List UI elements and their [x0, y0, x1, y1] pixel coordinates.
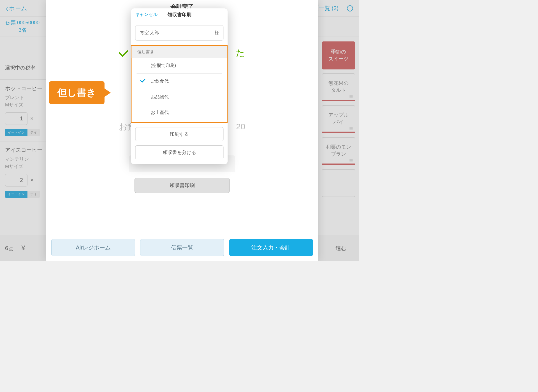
check-icon: [119, 47, 128, 57]
slip-list-button[interactable]: 伝票一覧: [140, 239, 224, 256]
proviso-option-goods[interactable]: お品物代: [137, 89, 222, 105]
order-checkout-button[interactable]: 注文入力・会計: [229, 239, 313, 256]
proviso-section: 但し書き (空欄で印刷) ご飲食代 お品物代 お土産代: [131, 45, 228, 123]
check-icon: [140, 78, 145, 83]
airregi-home-button[interactable]: Airレジホーム: [51, 239, 135, 256]
cancel-button[interactable]: キャンセル: [135, 12, 157, 18]
proviso-header: 但し書き: [132, 46, 227, 58]
print-button[interactable]: 印刷する: [135, 127, 224, 141]
callout-label: 但し書き: [49, 81, 105, 104]
receipt-print-popover: キャンセル 領収書印刷 青空 太郎 様 但し書き (空欄で印刷) ご飲食代 お品…: [131, 8, 228, 164]
proviso-option-blank[interactable]: (空欄で印刷): [137, 58, 222, 74]
popover-title: 領収書印刷: [168, 11, 191, 18]
receipt-print-button[interactable]: 領収書印刷: [134, 178, 230, 193]
proviso-option-food[interactable]: ご飲食代: [137, 74, 222, 89]
honorific-label: 様: [215, 30, 219, 36]
split-receipt-button[interactable]: 領収書を分ける: [135, 145, 224, 159]
recipient-name: 青空 太郎: [140, 30, 159, 36]
recipient-name-field[interactable]: 青空 太郎 様: [135, 25, 224, 41]
proviso-option-souvenir[interactable]: お土産代: [137, 105, 222, 120]
